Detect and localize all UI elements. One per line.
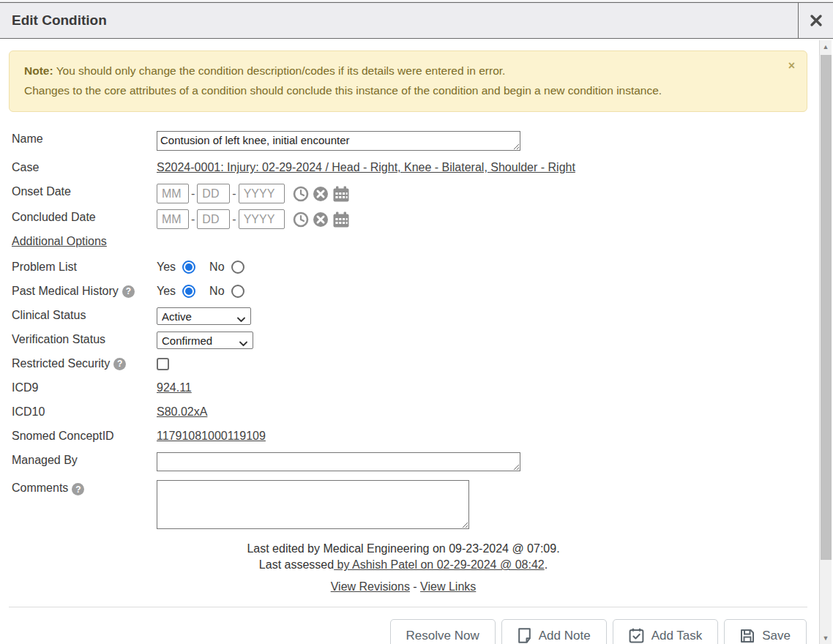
view-revisions-link[interactable]: View Revisions [331,580,410,593]
past-medical-history-row: Past Medical History ? Yes No [12,283,807,302]
save-label: Save [762,629,791,643]
onset-date-label: Onset Date [12,184,157,198]
onset-calendar-icon[interactable] [332,186,350,202]
last-assessed-link[interactable]: by Ashish Patel on 02-29-2024 @ 08:42 [334,558,545,571]
restricted-security-row: Restricted Security ? [12,356,807,374]
snomed-row: Snomed ConceptID 11791081000119109 [12,428,807,446]
warning-note: Note: You should only change the conditi… [9,50,807,112]
clinical-status-label: Clinical Status [12,307,157,322]
onset-year-input[interactable] [239,184,285,203]
clinical-status-row: Clinical Status Active [12,307,807,326]
last-edited-text: Last edited by Medical Engineering on 09… [0,541,807,557]
additional-options-row: Additional Options [12,235,807,253]
resolve-now-label: Resolve Now [406,629,479,643]
resolve-now-button[interactable]: Resolve Now [390,619,496,644]
concluded-date-row: Concluded Date - - [12,209,807,229]
case-row: Case S2024-0001: Injury: 02-29-2024 / He… [12,160,807,178]
note-line1: You should only change the condition des… [53,64,506,77]
past-medical-history-help-icon[interactable]: ? [122,285,135,298]
concluded-day-input[interactable] [197,209,230,229]
note-line2: Changes to the core attributes of a cond… [24,84,662,97]
concluded-date-label: Concluded Date [12,209,157,224]
icd9-link[interactable]: 924.11 [157,381,192,394]
condition-form: Name Contusion of left knee, initial enc… [0,112,807,532]
concluded-calendar-icon[interactable] [332,211,350,228]
clinical-status-select[interactable]: Active [157,307,251,325]
snomed-link[interactable]: 11791081000119109 [157,430,266,442]
note-page-icon [518,628,531,643]
save-button[interactable]: Save [724,619,807,644]
pmh-no-label: No [209,285,224,298]
managed-by-input[interactable] [157,452,520,471]
calendar-check-icon [629,628,644,643]
dialog-title: Edit Condition [0,3,798,38]
verification-status-label: Verification Status [12,332,157,346]
action-buttons: Resolve Now Add Note Add Task Save [0,607,807,644]
vertical-scrollbar[interactable]: ▲ ▼ [819,40,832,644]
dialog-body: Note: You should only change the conditi… [0,39,807,644]
view-links-link[interactable]: View Links [420,580,476,593]
scrollbar-thumb[interactable] [821,55,832,560]
comments-input[interactable] [157,480,469,529]
problem-list-yes-radio[interactable] [182,261,195,274]
dialog-header: Edit Condition [0,2,833,39]
onset-clear-icon[interactable] [313,186,329,202]
icd10-row: ICD10 S80.02xA [12,404,807,422]
close-icon [809,13,823,28]
concluded-month-input[interactable] [157,209,189,229]
add-note-button[interactable]: Add Note [501,619,607,644]
onset-month-input[interactable] [157,184,189,203]
add-task-button[interactable]: Add Task [613,619,719,644]
pmh-yes-radio[interactable] [182,285,195,298]
edit-condition-dialog: Edit Condition ▲ ▼ Note: You should only… [0,0,833,644]
save-floppy-icon [740,629,755,643]
scroll-up-arrow-icon[interactable]: ▲ [820,40,832,53]
problem-list-no-radio[interactable] [231,261,244,274]
restricted-security-help-icon[interactable]: ? [113,358,126,370]
name-label: Name [12,131,157,146]
concluded-year-input[interactable] [239,209,285,229]
name-row: Name Contusion of left knee, initial enc… [12,131,807,154]
add-note-label: Add Note [539,629,591,643]
restricted-security-label: Restricted Security [12,357,110,370]
icd9-row: ICD9 924.11 [12,380,807,398]
comments-help-icon[interactable]: ? [72,483,84,495]
last-assessed-prefix: Last assessed [259,558,334,571]
scroll-down-arrow-icon[interactable]: ▼ [820,632,832,644]
last-assessed-suffix: . [545,558,548,571]
onset-time-now-icon[interactable] [293,186,309,202]
snomed-label: Snomed ConceptID [12,428,157,443]
problem-list-label: Problem List [12,259,157,274]
add-task-label: Add Task [651,629,703,643]
verification-status-row: Verification Status Confirmed [12,332,807,350]
audit-info: Last edited by Medical Engineering on 09… [0,541,807,595]
case-label: Case [12,160,157,174]
pmh-no-radio[interactable] [231,285,244,298]
icd9-label: ICD9 [12,380,157,394]
problem-list-no-label: No [209,261,224,274]
problem-list-row: Problem List Yes No [12,259,807,277]
restricted-security-checkbox[interactable] [157,358,169,370]
managed-by-label: Managed By [12,452,157,467]
problem-list-yes-label: Yes [157,261,176,274]
dialog-close-button[interactable] [798,3,833,38]
links-separator: - [410,580,420,593]
icd10-link[interactable]: S80.02xA [157,405,207,418]
onset-date-row: Onset Date - - [12,184,807,203]
past-medical-history-label: Past Medical History [12,285,119,298]
additional-options-link[interactable]: Additional Options [12,235,107,248]
pmh-yes-label: Yes [157,285,176,298]
comments-row: Comments ? [12,480,807,532]
managed-by-row: Managed By [12,452,807,474]
onset-day-input[interactable] [197,184,230,203]
icd10-label: ICD10 [12,404,157,419]
comments-label: Comments [12,482,68,495]
concluded-time-now-icon[interactable] [293,211,309,228]
name-input[interactable]: Contusion of left knee, initial encounte… [157,131,520,151]
case-link[interactable]: S2024-0001: Injury: 02-29-2024 / Head - … [157,161,575,173]
note-label: Note: [24,64,53,77]
note-dismiss-icon[interactable]: × [788,60,795,72]
concluded-clear-icon[interactable] [313,211,329,228]
verification-status-select[interactable]: Confirmed [157,332,253,349]
